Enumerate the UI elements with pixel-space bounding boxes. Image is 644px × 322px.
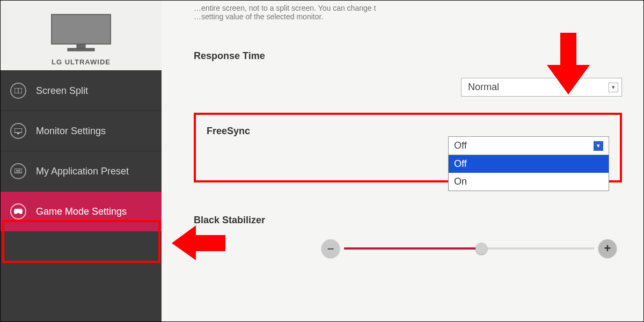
response-time-select[interactable]: Normal ▾ (461, 78, 622, 97)
sidebar-item-app-preset[interactable]: My Application Preset (1, 151, 162, 191)
screen-split-icon (10, 83, 26, 99)
increment-button[interactable]: + (598, 239, 617, 258)
sidebar-item-game-mode[interactable]: Game Mode Settings (1, 191, 162, 231)
annotation-arrow-left-icon (172, 225, 225, 260)
response-time-label: Response Time (194, 50, 265, 62)
slider-fill (344, 247, 481, 250)
slider-thumb[interactable] (475, 243, 487, 254)
sidebar-item-label: Screen Split (36, 85, 88, 97)
sidebar: LG ULTRAWIDE Screen Split Monitor Settin… (1, 1, 162, 321)
sidebar-item-label: Game Mode Settings (36, 206, 127, 217)
freesync-highlight-box: FreeSync Off ▾ Off On (194, 113, 622, 182)
sidebar-item-label: My Application Preset (36, 166, 129, 177)
freesync-option-list: Off On (448, 155, 609, 191)
svg-rect-0 (52, 14, 111, 44)
monitor-preview: LG ULTRAWIDE (1, 1, 162, 70)
freesync-option-off[interactable]: Off (449, 155, 609, 173)
sidebar-item-screen-split[interactable]: Screen Split (1, 70, 162, 111)
freesync-option-on[interactable]: On (449, 173, 609, 191)
svg-rect-6 (17, 133, 19, 134)
description-text: …entire screen, not to a split screen. Y… (194, 4, 622, 21)
svg-rect-1 (77, 44, 85, 48)
freesync-value: Off (454, 140, 467, 151)
decrement-button[interactable]: – (321, 239, 340, 258)
annotation-arrow-down-icon (544, 33, 592, 94)
freesync-label: FreeSync (207, 126, 609, 137)
svg-rect-5 (14, 128, 22, 133)
svg-rect-7 (14, 169, 22, 173)
svg-rect-2 (68, 48, 94, 51)
main-panel: …entire screen, not to a split screen. Y… (162, 1, 643, 321)
black-stabilizer-label: Black Stabilizer (194, 215, 622, 226)
slider-track[interactable] (344, 247, 594, 250)
sidebar-item-monitor-settings[interactable]: Monitor Settings (1, 111, 162, 151)
game-controller-icon (10, 203, 26, 219)
freesync-dropdown[interactable]: Off ▾ Off On (448, 136, 609, 191)
chevron-down-icon: ▾ (609, 83, 618, 92)
freesync-select-head[interactable]: Off ▾ (448, 136, 609, 155)
monitor-label: LG ULTRAWIDE (52, 58, 111, 66)
app-preset-icon (10, 163, 26, 179)
black-stabilizer-slider[interactable]: – + (321, 239, 617, 258)
sidebar-item-label: Monitor Settings (36, 126, 106, 137)
chevron-down-icon: ▾ (594, 141, 603, 151)
black-stabilizer-row: Black Stabilizer – + (194, 215, 622, 258)
monitor-settings-icon (10, 123, 26, 139)
monitor-icon (49, 12, 113, 55)
response-time-value: Normal (468, 82, 499, 93)
